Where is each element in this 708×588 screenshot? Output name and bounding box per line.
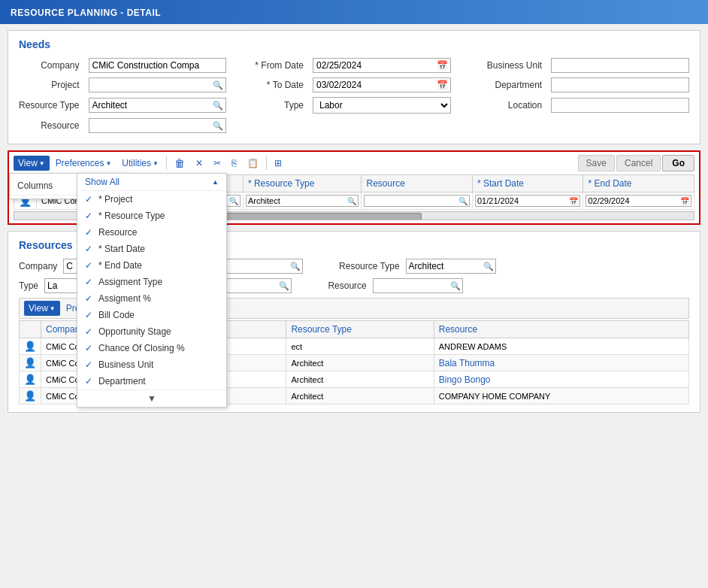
resource-cell: 🔍 (362, 192, 472, 210)
col-header-start-date: * Start Date (472, 175, 582, 192)
cancel-button[interactable]: Cancel (616, 155, 661, 171)
business-unit-input[interactable] (552, 59, 688, 72)
cut-button[interactable]: ✂ (209, 156, 225, 171)
bala-thumma-link[interactable]: Bala Thumma (439, 358, 495, 368)
end-date-calendar-button[interactable]: 📅 (679, 197, 691, 205)
utilities-chevron-icon: ▼ (153, 160, 159, 167)
res-resource-3: Bingo Bongo (434, 371, 688, 388)
type-label: Type (232, 100, 307, 111)
resource-type-label: Resource Type (19, 100, 83, 111)
res-resource-2: Bala Thumma (434, 355, 688, 371)
to-date-input[interactable] (313, 78, 434, 92)
toolbar-separator-1 (166, 156, 167, 170)
res-col-icon (20, 321, 41, 338)
bingo-bongo-link[interactable]: Bingo Bongo (439, 374, 491, 385)
close-button[interactable]: ✕ (191, 156, 207, 171)
view-label: View (18, 158, 38, 168)
resource-search-button[interactable]: 🔍 (210, 120, 225, 132)
col-bill-code-item[interactable]: Bill Code (77, 307, 226, 323)
res-resource-input[interactable] (374, 279, 449, 292)
resource-input[interactable] (89, 119, 211, 132)
res-view-chevron-icon: ▼ (50, 305, 56, 312)
col-project-item[interactable]: * Project (77, 191, 226, 208)
person-icon: 👤 (24, 341, 36, 352)
grid-button[interactable]: ⊞ (270, 156, 286, 171)
res-resource-label: Resource (328, 280, 366, 291)
utilities-label: Utilities (122, 158, 151, 168)
delete-button[interactable]: 🗑 (170, 155, 189, 171)
col-header-resource-type: * Resource Type (243, 175, 362, 192)
location-label: Location (457, 100, 545, 111)
col-assignment-pct-item[interactable]: Assigment % (77, 290, 226, 307)
end-date-cell-input[interactable] (586, 195, 679, 206)
paste-button[interactable]: 📋 (243, 156, 263, 171)
res-resource-type-search-button[interactable]: 🔍 (482, 262, 495, 271)
close-icon: ✕ (195, 158, 203, 168)
col-start-date-item[interactable]: * Start Date (77, 241, 226, 257)
col-resource-type-item[interactable]: * Resource Type (77, 208, 226, 224)
end-date-cell: 📅 (583, 192, 694, 210)
col-opportunity-stage-item[interactable]: Opportunity Stage (77, 323, 226, 340)
start-date-calendar-button[interactable]: 📅 (567, 197, 579, 205)
res-type-label: Type (19, 280, 38, 291)
company-input-wrap (89, 58, 227, 73)
location-input[interactable] (552, 99, 688, 112)
department-input-wrap (551, 77, 689, 92)
resource-type-search-button[interactable]: 🔍 (210, 100, 225, 111)
cancel-label: Cancel (625, 158, 652, 168)
res-resource-type-input[interactable] (407, 259, 482, 273)
go-button[interactable]: Go (662, 155, 694, 171)
resource-type-input-wrap: 🔍 (89, 98, 227, 113)
resource-cell-input[interactable] (365, 195, 456, 206)
res-resource-input-wrap: 🔍 (373, 278, 463, 293)
project-cell-search-button[interactable]: 🔍 (228, 197, 240, 205)
resource-cell-search-button[interactable]: 🔍 (457, 197, 469, 205)
project-input[interactable] (89, 78, 211, 92)
company-label: Company (19, 60, 83, 71)
res-department-search-button[interactable]: 🔍 (289, 262, 302, 271)
project-input-wrap: 🔍 (89, 77, 227, 92)
res-type-1: ect (286, 338, 434, 355)
res-business-unit-search-button[interactable]: 🔍 (277, 281, 291, 291)
company-input[interactable] (89, 59, 226, 72)
resource-type-cell-input[interactable] (247, 195, 346, 206)
res-view-label: View (29, 303, 48, 314)
to-date-wrap: 📅 (313, 77, 451, 92)
start-date-cell: 📅 (472, 192, 582, 210)
preferences-label: Preferences (56, 158, 104, 168)
copy-icon: ⎘ (231, 158, 237, 168)
department-input[interactable] (552, 78, 688, 92)
col-end-date-item[interactable]: * End Date (77, 257, 226, 274)
resource-type-input[interactable] (89, 99, 211, 112)
copy-button[interactable]: ⎘ (227, 156, 241, 171)
type-select[interactable]: Labor Equipment Material (313, 98, 450, 113)
save-button[interactable]: Save (578, 155, 615, 171)
from-date-wrap: 📅 (313, 58, 451, 73)
from-date-input[interactable] (313, 59, 434, 72)
col-business-unit-item[interactable]: Business Unit (77, 356, 226, 373)
save-label: Save (586, 158, 607, 168)
show-all-item[interactable]: Show All ▲ (77, 174, 226, 191)
res-type-4: Architect (286, 388, 434, 405)
res-company-label: Company (19, 261, 57, 271)
col-assignment-type-item[interactable]: Assigment Type (77, 274, 226, 290)
resource-type-cell-search-button[interactable]: 🔍 (346, 197, 358, 205)
to-date-calendar-button[interactable]: 📅 (434, 79, 450, 91)
view-menu-button[interactable]: View ▼ (14, 156, 50, 171)
res-type-2: Architect (286, 355, 434, 371)
col-department-item[interactable]: Department (77, 373, 226, 389)
needs-form: Company * From Date 📅 Business Unit Proj… (19, 58, 689, 133)
col-chance-closing-item[interactable]: Chance Of Closing % (77, 340, 226, 356)
start-date-cell-input[interactable] (476, 195, 567, 206)
from-date-calendar-button[interactable]: 📅 (434, 59, 450, 71)
preferences-menu-button[interactable]: Preferences ▼ (51, 156, 116, 171)
show-all-chevron-icon: ▲ (212, 178, 219, 186)
project-search-button[interactable]: 🔍 (210, 80, 225, 91)
res-resource-search-button[interactable]: 🔍 (449, 281, 462, 291)
scroll-down-icon[interactable]: ▼ (147, 393, 156, 404)
col-resource-item[interactable]: Resource (77, 224, 226, 241)
toolbar-row: View ▼ Preferences ▼ Utilities ▼ 🗑 ✕ ✂ ⎘… (14, 155, 694, 171)
res-resource-1: ANDREW ADAMS (434, 338, 688, 355)
res-view-button[interactable]: View ▼ (24, 301, 60, 316)
utilities-menu-button[interactable]: Utilities ▼ (117, 156, 163, 171)
